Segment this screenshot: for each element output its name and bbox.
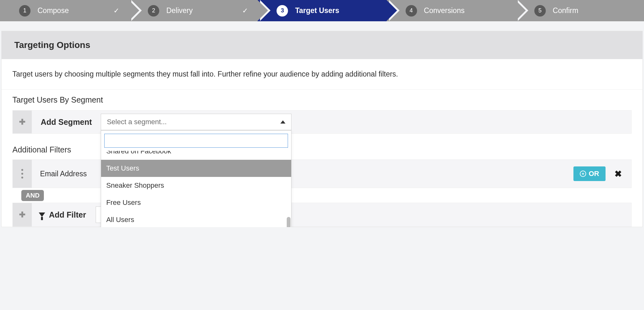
or-button-label: OR: [589, 170, 599, 178]
step-conversions[interactable]: 4 Conversions: [387, 0, 515, 21]
segment-option[interactable]: Sneaker Shoppers: [101, 177, 291, 194]
segment-select[interactable]: Select a segment...: [101, 114, 291, 130]
segments-section-title: Target Users By Segment: [12, 95, 632, 104]
panel-description: Target users by choosing multiple segmen…: [2, 59, 642, 90]
segment-option[interactable]: Test Users: [101, 160, 291, 177]
segment-option-list[interactable]: Shared on Facebook Test Users Sneaker Sh…: [101, 151, 291, 227]
drag-handle[interactable]: [13, 160, 32, 188]
and-badge: AND: [21, 190, 44, 201]
segment-option[interactable]: Shared on Facebook: [101, 151, 291, 160]
drag-handle-icon: [21, 169, 23, 179]
panel-title: Targeting Options: [2, 31, 642, 59]
targeting-panel: Targeting Options Target users by choosi…: [1, 31, 643, 227]
segment-search-input[interactable]: [104, 134, 288, 148]
step-label: Compose: [38, 6, 69, 15]
plus-circle-icon: +: [580, 171, 586, 177]
check-icon: ✓: [242, 7, 248, 15]
add-segment-row: ✚ Add Segment Select a segment... Shared…: [12, 110, 632, 134]
caret-up-icon: [280, 120, 285, 124]
scrollbar[interactable]: [287, 217, 291, 227]
add-or-button[interactable]: + OR: [573, 166, 606, 181]
segment-dropdown: Shared on Facebook Test Users Sneaker Sh…: [101, 130, 291, 227]
segment-select-placeholder: Select a segment...: [107, 118, 167, 126]
step-number: 3: [277, 5, 288, 17]
step-number: 5: [534, 5, 546, 17]
filter-icon: [39, 212, 45, 217]
check-icon: ✓: [113, 7, 119, 15]
step-label: Conversions: [424, 6, 465, 15]
segment-option[interactable]: Free Users: [101, 194, 291, 211]
step-number: 2: [148, 5, 159, 17]
step-number: 1: [19, 5, 31, 17]
segment-option[interactable]: All Users: [101, 211, 291, 227]
step-label: Delivery: [166, 6, 193, 15]
filters-section: Additional Filters Email Address + OR ✖ …: [2, 145, 642, 227]
add-segment-plus-button[interactable]: ✚: [13, 111, 32, 133]
wizard-stepper: 1 Compose ✓ 2 Delivery ✓ 3 Target Users …: [0, 0, 644, 21]
segment-select-wrap: Select a segment... Shared on Facebook T…: [101, 114, 291, 130]
step-target-users[interactable]: 3 Target Users: [257, 0, 386, 21]
step-label: Confirm: [553, 6, 579, 15]
add-filter-label: Add Filter: [32, 210, 93, 219]
segments-section: Target Users By Segment ✚ Add Segment Se…: [2, 90, 642, 137]
filter-field-label: Email Address: [32, 170, 95, 178]
add-segment-label: Add Segment: [32, 118, 101, 127]
step-label: Target Users: [295, 6, 339, 15]
remove-filter-button[interactable]: ✖: [614, 169, 622, 179]
step-delivery[interactable]: 2 Delivery ✓: [129, 0, 257, 21]
step-number: 4: [406, 5, 417, 17]
step-compose[interactable]: 1 Compose ✓: [0, 0, 129, 21]
step-confirm[interactable]: 5 Confirm: [515, 0, 644, 21]
add-filter-plus-button[interactable]: ✚: [13, 203, 32, 226]
